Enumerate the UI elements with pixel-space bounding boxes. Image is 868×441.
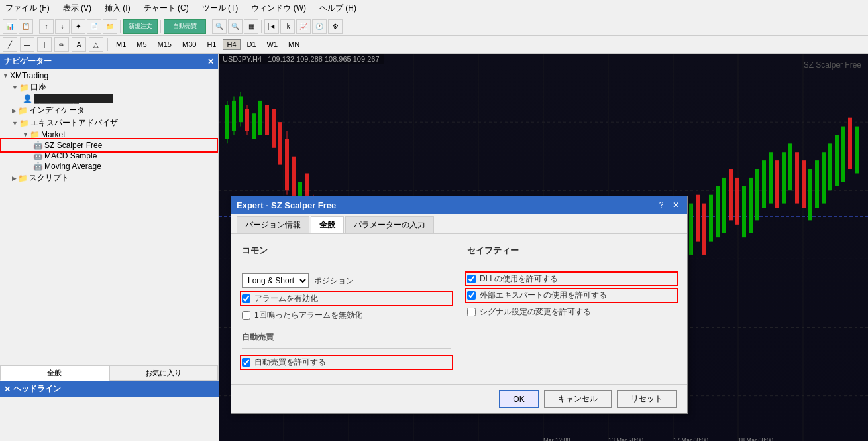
tf-h4[interactable]: H4 (223, 39, 240, 50)
shape-tool[interactable]: △ (89, 37, 103, 52)
dialog-tab-params[interactable]: パラメーターの入力 (345, 216, 434, 233)
line-tool[interactable]: ╱ (3, 37, 17, 52)
text-tool[interactable]: A (72, 37, 86, 52)
menu-item-3[interactable]: チャート (C) (141, 1, 191, 15)
dll-checkbox[interactable] (467, 275, 476, 283)
auto-trade-row[interactable]: 自動売買を許可する (242, 357, 451, 368)
nav-macd[interactable]: 🤖 MACD Sample (1, 151, 217, 161)
tf-d1[interactable]: D1 (243, 39, 260, 50)
alarm-enabled-row[interactable]: アラームを有効化 (242, 293, 451, 304)
alarm-disable-checkbox[interactable] (242, 311, 250, 320)
tf-mn[interactable]: MN (284, 39, 303, 50)
new-order-btn[interactable]: 新規注文 (123, 19, 158, 34)
draw-tool[interactable]: ✏ (54, 37, 69, 52)
nav-market-folder[interactable]: ▼ 📁 Market (1, 129, 217, 140)
menu-item-4[interactable]: ツール (T) (199, 1, 241, 15)
left-panel: ナビゲーター ✕ ▼ XMTrading ▼ 📁 口座 👤 ████ (0, 54, 219, 441)
auto-trade-divider (242, 348, 451, 349)
vline-tool[interactable]: | (37, 37, 52, 52)
folder-icon-script: 📁 (18, 174, 28, 183)
btn6[interactable]: 📄 (87, 19, 101, 34)
btn5[interactable]: ✦ (71, 19, 85, 34)
position-select[interactable]: Long & Short Long Only Short Only (242, 273, 309, 288)
navigator-close-btn[interactable]: ✕ (207, 57, 214, 66)
headline-title: ヘッドライン (13, 383, 61, 395)
menu-item-5[interactable]: ウィンドウ (W) (248, 1, 309, 15)
headline-close-btn[interactable]: ✕ (4, 385, 11, 394)
dll-row[interactable]: DLLの使用を許可する (467, 273, 677, 284)
chart-btn3[interactable]: |k (280, 19, 295, 34)
dialog-footer: OK キャンセル リセット (231, 384, 687, 413)
menu-item-1[interactable]: 表示 (V) (60, 1, 94, 15)
btn7[interactable]: 📁 (103, 19, 117, 34)
auto-trade-btn[interactable]: 自動売買 (164, 19, 206, 34)
chart-btn2[interactable]: |◄ (264, 19, 279, 34)
clock-btn[interactable]: 🕐 (312, 19, 327, 34)
chart-title: USDJPY.H4 109.132 109.288 108.965 109.26… (219, 54, 384, 64)
svg-rect-26 (278, 122, 282, 164)
chart-btn4[interactable]: 📈 (296, 19, 311, 34)
chart-btn1[interactable]: ▦ (244, 19, 258, 34)
external-expert-checkbox[interactable] (467, 291, 476, 300)
hline-tool[interactable]: — (20, 37, 34, 52)
folder-icon-ind: 📁 (18, 106, 28, 115)
headline-header: ✕ ヘッドライン (0, 381, 219, 397)
new-chart-btn[interactable]: 📊 (3, 19, 17, 34)
nav-account-name: ████████ (34, 94, 113, 103)
nav-sz-scalper[interactable]: 🤖 SZ Scalper Free (1, 140, 217, 151)
dialog-close-btn[interactable]: ✕ (670, 199, 682, 211)
expert-dialog: Expert - SZ Scalper Free ? ✕ バージョン情報 全般 … (231, 196, 688, 414)
svg-rect-114 (841, 127, 845, 182)
tfsep (107, 38, 108, 51)
alarm-disable-row[interactable]: 1回鳴ったらアラームを無効化 (242, 310, 451, 321)
svg-rect-111 (822, 152, 826, 203)
signal-checkbox[interactable] (467, 308, 476, 316)
external-expert-row[interactable]: 外部エキスパートの使用を許可する (467, 290, 677, 301)
reset-button[interactable]: リセット (617, 390, 677, 408)
navigator-content: ▼ XMTrading ▼ 📁 口座 👤 ████████ ▶ 📁 (0, 69, 218, 365)
btn4[interactable]: ↓ (55, 19, 70, 34)
menu-item-0[interactable]: ファイル (F) (3, 1, 52, 15)
tf-m15[interactable]: M15 (154, 39, 176, 50)
nav-script-folder[interactable]: ▶ 📁 スクリプト (1, 172, 217, 184)
tf-m30[interactable]: M30 (178, 39, 200, 50)
svg-rect-106 (788, 143, 792, 190)
ok-button[interactable]: OK (499, 390, 539, 408)
tf-h1[interactable]: H1 (203, 39, 220, 50)
nav-ea-folder[interactable]: ▼ 📁 エキスパートアドバイザ (1, 117, 217, 129)
dialog-title: Expert - SZ Scalper Free (237, 200, 336, 210)
btn3[interactable]: ↑ (39, 19, 54, 34)
settings-btn[interactable]: ⚙ (328, 19, 343, 34)
signal-row[interactable]: シグナル設定の変更を許可する (467, 306, 677, 318)
folder-icon-market: 📁 (30, 130, 40, 139)
tf-m5[interactable]: M5 (133, 39, 150, 50)
btn2[interactable]: 📋 (19, 19, 33, 34)
nav-account-item[interactable]: 👤 ████████ (1, 94, 217, 104)
nav-ma[interactable]: 🤖 Moving Average (1, 161, 217, 172)
tf-m1[interactable]: M1 (112, 39, 130, 50)
alarm-enabled-checkbox[interactable] (242, 294, 250, 303)
zoom-out-btn[interactable]: 🔍 (228, 19, 243, 34)
nav-tab-favorites[interactable]: お気に入り (109, 365, 219, 381)
menu-item-6[interactable]: ヘルプ (H) (317, 1, 359, 15)
svg-rect-23 (258, 101, 262, 135)
svg-rect-97 (729, 169, 733, 220)
dialog-tab-version[interactable]: バージョン情報 (237, 216, 309, 233)
nav-indicator-folder[interactable]: ▶ 📁 インディケータ (1, 104, 217, 117)
tf-w1[interactable]: W1 (263, 39, 282, 50)
cancel-button[interactable]: キャンセル (544, 390, 612, 408)
navigator-panel: ナビゲーター ✕ ▼ XMTrading ▼ 📁 口座 👤 ████ (0, 54, 219, 381)
nav-account-folder[interactable]: ▼ 📁 口座 (1, 81, 217, 94)
auto-trade-checkbox[interactable] (242, 358, 250, 367)
svg-rect-22 (252, 113, 256, 139)
menu-item-2[interactable]: 挿入 (I) (102, 1, 133, 15)
zoom-in-btn[interactable]: 🔍 (212, 19, 227, 34)
nav-xmtrading[interactable]: ▼ XMTrading (1, 70, 217, 81)
dialog-tab-general[interactable]: 全般 (311, 216, 344, 233)
dialog-help-btn[interactable]: ? (655, 199, 667, 211)
nav-account-label: 口座 (30, 82, 46, 93)
svg-text:17 Mar 00:00: 17 Mar 00:00 (673, 436, 708, 441)
account-icon: 👤 (23, 94, 32, 103)
nav-ma-label: Moving Average (44, 162, 101, 171)
nav-tab-all[interactable]: 全般 (0, 365, 109, 381)
